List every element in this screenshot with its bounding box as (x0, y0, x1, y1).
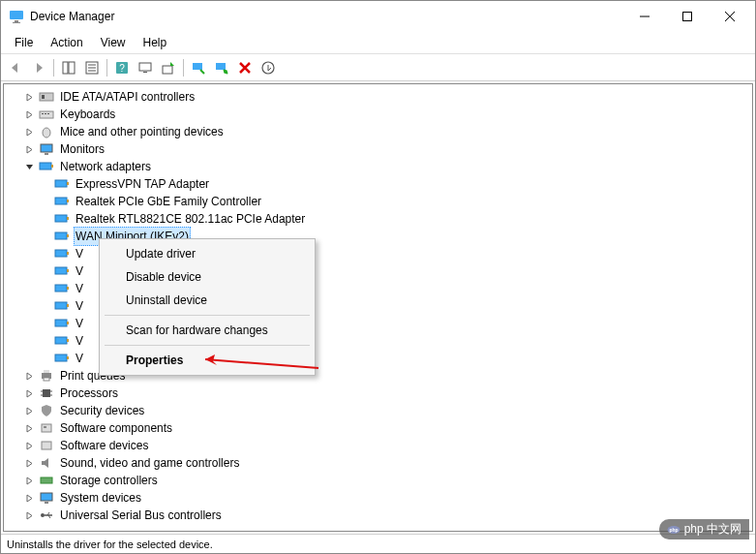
ctx-scan-hardware[interactable]: Scan for hardware changes (103, 319, 312, 342)
tree-label: Sound, video and game controllers (58, 454, 241, 472)
menu-view[interactable]: View (93, 34, 134, 51)
expand-arrow-icon[interactable] (23, 126, 35, 138)
svg-rect-29 (41, 144, 52, 152)
svg-rect-17 (163, 66, 172, 74)
svg-rect-0 (10, 11, 23, 19)
svg-rect-66 (41, 477, 52, 483)
expand-arrow-icon[interactable] (23, 440, 35, 451)
expand-arrow-icon[interactable] (23, 492, 35, 504)
tree-node-net-adapter[interactable]: Realtek PCIe GbE Family Controller (6, 193, 750, 210)
back-button[interactable] (5, 57, 26, 78)
svg-rect-15 (139, 63, 151, 71)
status-text: Uninstalls the driver for the selected d… (7, 539, 213, 550)
window-title: Device Manager (30, 10, 623, 23)
expand-arrow-icon[interactable] (23, 108, 35, 120)
expand-arrow-icon[interactable] (23, 475, 35, 486)
menu-file[interactable]: File (7, 34, 41, 51)
uninstall-device-button[interactable] (234, 57, 256, 78)
svg-rect-24 (40, 111, 53, 118)
tree-node-net-adapter[interactable]: ExpressVPN TAP Adapter (6, 175, 750, 193)
svg-rect-51 (55, 337, 67, 344)
tree-node-storage[interactable]: Storage controllers (6, 472, 750, 489)
tree-node-sw-devices[interactable]: Software devices (6, 437, 750, 454)
tree-node-monitors[interactable]: Monitors (6, 140, 750, 158)
tree-node-ide[interactable]: IDE ATA/ATAPI controllers (6, 88, 750, 106)
tree-label: Keyboards (58, 106, 117, 123)
expand-arrow-icon[interactable] (23, 457, 35, 469)
expand-arrow-icon[interactable] (23, 387, 35, 399)
tree-node-security[interactable]: Security devices (6, 402, 750, 419)
ctx-uninstall-device[interactable]: Uninstall device (103, 289, 312, 312)
svg-rect-45 (55, 285, 67, 292)
printer-icon (39, 369, 54, 383)
tree-label: Processors (58, 385, 120, 402)
forward-button[interactable] (28, 57, 49, 78)
help-button[interactable]: ? (111, 57, 133, 78)
svg-rect-47 (55, 302, 67, 309)
disable-device-button[interactable] (211, 57, 232, 78)
svg-rect-65 (42, 442, 51, 449)
toolbar-separator (183, 59, 184, 77)
expand-arrow-icon[interactable] (23, 509, 35, 521)
menu-help[interactable]: Help (136, 34, 175, 51)
show-hide-tree-button[interactable] (58, 57, 79, 78)
tree-node-sound[interactable]: Sound, video and game controllers (6, 454, 750, 472)
security-icon (39, 404, 54, 417)
tree-node-mice[interactable]: Mice and other pointing devices (6, 123, 750, 140)
tree-label: Monitors (58, 140, 106, 158)
php-logo-icon: php (667, 523, 680, 537)
tree-node-system[interactable]: System devices (6, 489, 750, 507)
menubar: File Action View Help (1, 32, 755, 54)
expand-arrow-icon[interactable] (23, 422, 35, 434)
tree-label: V (74, 280, 85, 297)
watermark-text: php 中文网 (684, 521, 741, 538)
add-legacy-hardware-button[interactable] (257, 57, 279, 78)
svg-rect-68 (45, 502, 48, 504)
tree-label: V (74, 297, 85, 315)
tree-node-keyboards[interactable]: Keyboards (6, 106, 750, 123)
minimize-button[interactable] (623, 1, 666, 32)
svg-rect-16 (143, 72, 147, 73)
tree-node-network[interactable]: Network adapters (6, 158, 750, 175)
scan-hardware-button[interactable] (135, 57, 156, 78)
ctx-update-driver[interactable]: Update driver (103, 242, 312, 265)
tree-node-sw-components[interactable]: Software components (6, 419, 750, 437)
svg-point-69 (41, 513, 45, 517)
svg-rect-37 (55, 215, 67, 222)
svg-rect-26 (45, 113, 46, 114)
svg-rect-33 (55, 180, 67, 187)
svg-rect-58 (43, 389, 50, 397)
enable-device-button[interactable] (188, 57, 209, 78)
expand-arrow-icon[interactable] (23, 91, 35, 103)
svg-rect-46 (67, 287, 69, 290)
svg-rect-36 (67, 200, 69, 202)
svg-rect-40 (67, 234, 69, 237)
network-adapter-icon (54, 264, 70, 278)
svg-rect-7 (63, 62, 68, 74)
expand-arrow-icon[interactable] (23, 143, 35, 155)
tree-node-usb[interactable]: Universal Serial Bus controllers (6, 507, 750, 524)
tree-node-processors[interactable]: Processors (6, 385, 750, 402)
svg-rect-53 (55, 354, 67, 361)
system-device-icon (39, 491, 54, 505)
svg-rect-2 (13, 22, 20, 23)
tree-label: V (74, 245, 85, 262)
collapse-arrow-icon[interactable] (23, 161, 35, 172)
tree-label: Security devices (58, 402, 146, 419)
tree-label: V (74, 332, 85, 350)
ctx-disable-device[interactable]: Disable device (103, 265, 312, 289)
maximize-button[interactable] (666, 1, 709, 32)
update-driver-button[interactable] (158, 57, 179, 78)
properties-button[interactable] (81, 57, 103, 78)
svg-rect-4 (683, 13, 692, 21)
svg-rect-23 (42, 95, 45, 99)
svg-rect-43 (55, 267, 67, 274)
network-adapter-icon (39, 160, 54, 173)
svg-rect-56 (44, 370, 49, 373)
close-button[interactable] (709, 1, 751, 32)
tree-node-net-adapter[interactable]: Realtek RTL8821CE 802.11ac PCIe Adapter (6, 210, 750, 228)
expand-arrow-icon[interactable] (23, 405, 35, 416)
annotation-arrow-icon (188, 354, 323, 379)
expand-arrow-icon[interactable] (23, 370, 35, 382)
menu-action[interactable]: Action (43, 34, 90, 51)
